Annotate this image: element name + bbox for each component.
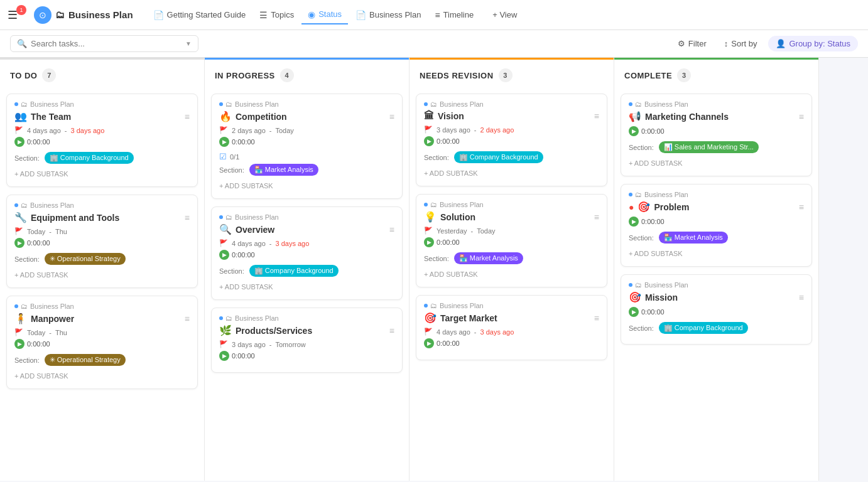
add-subtask-c10[interactable]: + ADD SUBTASK [629, 157, 804, 169]
card-title-text: The Team [31, 112, 181, 122]
card-title-c3: 🧍 Manpower ≡ [14, 313, 190, 324]
card-c12: 🗂 Business Plan 🎯 Mission ≡ ▶ 0:00:00 Se… [621, 274, 812, 345]
card-emoji-icon: 🧍 [14, 313, 27, 324]
card-title-text: Products/Services [236, 326, 386, 336]
card-menu-icon[interactable]: ≡ [799, 292, 804, 303]
section-badge-c5[interactable]: 🏢 Company Background [249, 265, 339, 277]
top-nav: ☰ 1 ⊙ 🗂 Business Plan 📄 Getting Started … [0, 0, 868, 30]
card-c11: 🗂 Business Plan ● 🎯 Problem ≡ ▶ 0:00:00 … [621, 184, 812, 267]
card-meta-c8: 🗂 Business Plan [424, 201, 599, 208]
card-checkbox-c4[interactable]: ☑ 0/1 [219, 152, 394, 161]
card-meta-c12: 🗂 Business Plan [629, 281, 804, 289]
column-header-revision: NEEDS REVISION 3 [410, 58, 614, 90]
card-meta-c2: 🗂 Business Plan [14, 201, 190, 209]
card-menu-icon[interactable]: ≡ [185, 213, 190, 223]
add-subtask-c4[interactable]: + ADD SUBTASK [219, 179, 394, 192]
card-title-text: Vision [438, 111, 590, 121]
tab-business-plan[interactable]: 📄 Business Plan [349, 6, 427, 24]
status-dot-c4 [219, 102, 223, 106]
add-subtask-c3[interactable]: + ADD SUBTASK [14, 370, 190, 382]
tab-getting-started[interactable]: 📄 Getting Started Guide [147, 6, 252, 24]
timer-icon: ▶ [629, 307, 639, 317]
nav-tabs: 📄 Getting Started Guide ☰ Topics ◉ Statu… [147, 6, 524, 24]
timer-icon: ▶ [424, 338, 434, 348]
card-section-c5: Section: 🏢 Company Background [219, 265, 394, 277]
card-menu-icon[interactable]: ≡ [185, 112, 190, 122]
search-input[interactable] [31, 39, 182, 48]
card-emoji-icon: 🎯 [424, 312, 437, 324]
group-button[interactable]: 👤 Group by: Status [768, 36, 858, 51]
card-meta-c10: 🗂 Business Plan [629, 100, 804, 108]
tab-status[interactable]: ◉ Status [301, 6, 348, 24]
card-project-icon: 🗂 [225, 100, 232, 108]
column-todo: TO DO 7 🗂 Business Plan 👥 The Team ≡ 🚩 4… [0, 58, 205, 481]
view-button[interactable]: + View [486, 8, 523, 22]
card-menu-icon[interactable]: ≡ [185, 314, 190, 324]
card-title-c9: 🎯 Target Market ≡ [424, 312, 599, 324]
card-section-c2: Section: ✳ Operational Strategy [14, 253, 190, 265]
filter-icon: ⚙ [678, 39, 685, 48]
add-subtask-c5[interactable]: + ADD SUBTASK [219, 281, 394, 293]
filter-button[interactable]: ⚙ Filter [671, 36, 713, 51]
card-menu-icon[interactable]: ≡ [594, 212, 599, 222]
section-badge-c7[interactable]: 🏢 Company Background [454, 151, 543, 163]
card-title-text: Manpower [31, 314, 181, 324]
card-c1: 🗂 Business Plan 👥 The Team ≡ 🚩 4 days ag… [6, 94, 198, 187]
card-menu-icon[interactable]: ≡ [389, 225, 394, 235]
section-badge-c2[interactable]: ✳ Operational Strategy [45, 253, 126, 265]
add-subtask-c2[interactable]: + ADD SUBTASK [14, 269, 190, 281]
column-complete: COMPLETE 3 🗂 Business Plan 📢 Marketing C… [614, 58, 819, 481]
section-badge-c12[interactable]: 🏢 Company Background [659, 322, 748, 334]
section-badge-c10[interactable]: 📊 Sales and Marketing Str... [659, 141, 759, 153]
card-timer-c1: ▶ 0:00:00 [14, 137, 190, 147]
card-timer-c7: ▶ 0:00:00 [424, 136, 599, 146]
card-timer-c4: ▶ 0:00:00 [219, 137, 394, 147]
card-emoji-icon: 🔥 [219, 110, 232, 122]
section-badge-c11[interactable]: 🏪 Market Analysis [659, 232, 728, 244]
card-project-icon: 🗂 [21, 100, 28, 108]
search-input-wrap[interactable]: 🔍 ▼ [10, 35, 198, 52]
card-menu-icon[interactable]: ≡ [389, 326, 394, 336]
add-subtask-c1[interactable]: + ADD SUBTASK [14, 168, 190, 180]
card-menu-icon[interactable]: ≡ [594, 111, 599, 121]
card-timer-c9: ▶ 0:00:00 [424, 338, 599, 348]
tab-topics[interactable]: ☰ Topics [253, 6, 300, 24]
column-title-inprogress: IN PROGRESS 4 [215, 68, 399, 82]
add-subtask-c7[interactable]: + ADD SUBTASK [424, 167, 599, 179]
add-subtask-c11[interactable]: + ADD SUBTASK [629, 247, 804, 260]
card-title-c8: 💡 Solution ≡ [424, 211, 599, 223]
sort-button[interactable]: ↕ Sort by [718, 36, 764, 51]
card-meta-c4: 🗂 Business Plan [219, 100, 394, 108]
card-menu-icon[interactable]: ≡ [799, 202, 804, 212]
card-meta-c9: 🗂 Business Plan [424, 302, 599, 309]
card-menu-icon[interactable]: ≡ [389, 112, 394, 122]
section-badge-c8[interactable]: 🏪 Market Analysis [454, 252, 523, 264]
tab-timeline[interactable]: ≡ Timeline [428, 6, 480, 24]
status-dot-c6 [219, 316, 223, 320]
section-badge-c3[interactable]: ✳ Operational Strategy [45, 354, 126, 366]
column-header-inprogress: IN PROGRESS 4 [205, 58, 409, 90]
add-subtask-c8[interactable]: + ADD SUBTASK [424, 268, 599, 281]
card-project-icon: 🗂 [225, 314, 232, 322]
card-meta-c7: 🗂 Business Plan [424, 100, 599, 108]
card-timer-c3: ▶ 0:00:00 [14, 339, 190, 349]
status-dot-c9 [424, 304, 428, 308]
card-menu-icon[interactable]: ≡ [594, 313, 599, 323]
section-badge-c1[interactable]: 🏢 Company Background [45, 152, 134, 164]
date-flag-icon: 🚩 [424, 328, 433, 336]
card-section-c4: Section: 🏪 Market Analysis [219, 164, 394, 176]
card-title-c7: 🏛 Vision ≡ [424, 110, 599, 122]
section-badge-c4[interactable]: 🏪 Market Analysis [249, 164, 318, 176]
card-project-icon: 🗂 [225, 213, 232, 221]
problem-dot-icon: ● [629, 202, 634, 212]
card-title-c1: 👥 The Team ≡ [14, 110, 190, 122]
card-emoji-icon: 💡 [424, 211, 437, 223]
column-header-todo: TO DO 7 [0, 58, 204, 90]
card-menu-icon[interactable]: ≡ [799, 112, 804, 122]
status-dot-c1 [14, 102, 18, 106]
card-project-icon: 🗂 [430, 302, 437, 309]
card-section-c12: Section: 🏢 Company Background [629, 322, 804, 334]
timer-icon: ▶ [424, 136, 434, 146]
card-dates-c9: 🚩 4 days ago -3 days ago [424, 328, 599, 336]
status-dot-c7 [424, 102, 428, 106]
